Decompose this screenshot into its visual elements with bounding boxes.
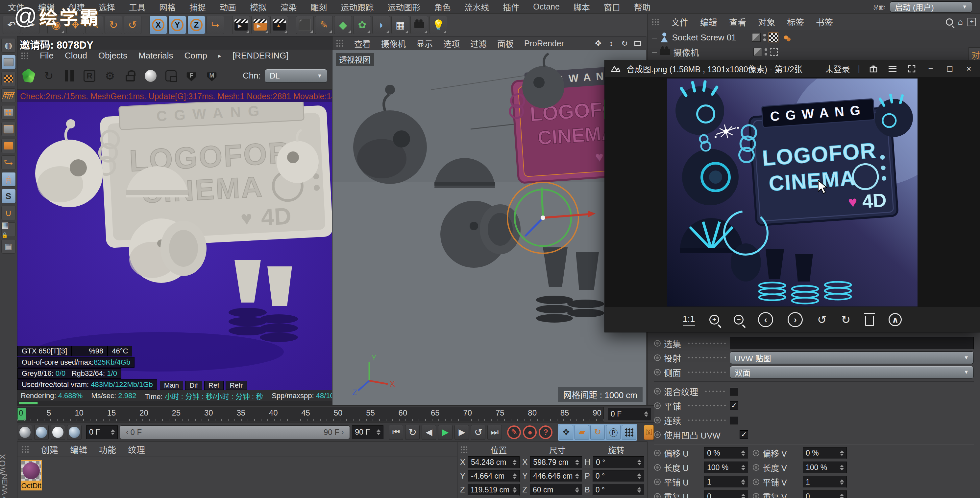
move-tool-button[interactable]: ✥: [67, 16, 84, 34]
lock-x-axis-button[interactable]: X: [149, 16, 167, 34]
region-render-button[interactable]: R: [83, 68, 96, 83]
delete-image-icon[interactable]: [865, 316, 874, 326]
pass-tab-dif[interactable]: Dif: [185, 381, 202, 390]
workplane-button[interactable]: ▦: [1, 239, 16, 254]
viewport-menu-display[interactable]: 显示: [416, 38, 433, 49]
length-u-input[interactable]: 100 %: [704, 462, 748, 473]
edges-mode-button[interactable]: [1, 122, 16, 136]
rotate-right-icon[interactable]: ↻: [841, 313, 851, 326]
composite-image[interactable]: CGWANG LOGOFOR CINEMA ♥ 4D: [667, 79, 918, 306]
image-viewer-titlebar[interactable]: 合成图.png (1.58MB , 1301x1080像素) - 第1/2张 未…: [605, 60, 980, 77]
spinner-icon[interactable]: [575, 473, 579, 479]
offset-u-input[interactable]: 0 %: [704, 447, 748, 459]
key-rotation-toggle[interactable]: ↻: [590, 425, 605, 440]
pass-tab-refr[interactable]: Refr: [226, 381, 247, 390]
previous-frame-button[interactable]: ◀: [422, 425, 436, 440]
snap-button[interactable]: S: [1, 189, 16, 203]
anim-dot-icon[interactable]: [753, 450, 759, 456]
key-interpolation-4[interactable]: [67, 425, 81, 440]
previous-image-icon[interactable]: ‹: [758, 312, 773, 327]
spinner-icon[interactable]: [644, 411, 648, 417]
anim-dot-icon[interactable]: [654, 479, 661, 485]
grip-icon[interactable]: [651, 18, 659, 26]
spinner-icon[interactable]: [741, 450, 745, 456]
gift-icon[interactable]: [868, 63, 879, 74]
tree-expand-icon[interactable]: –: [652, 33, 657, 43]
layer-chip-icon[interactable]: [753, 48, 762, 56]
lock-z-axis-button[interactable]: Z: [188, 16, 205, 34]
timeline-ruler[interactable]: 051015202530354045505560657075808590: [17, 407, 604, 422]
go-to-start-button[interactable]: ⏮: [389, 425, 403, 440]
autokey-button[interactable]: ●: [523, 425, 537, 439]
collapse-icon[interactable]: ∧: [889, 313, 902, 326]
offset-v-input[interactable]: 0 %: [803, 447, 847, 459]
anim-dot-icon[interactable]: [654, 369, 661, 376]
menu-motion-tracker[interactable]: 运动跟踪: [341, 1, 374, 13]
viewport-menu-camera[interactable]: 摄像机: [381, 38, 406, 49]
octane-menu-file[interactable]: File: [40, 51, 54, 61]
spinner-icon[interactable]: [111, 429, 115, 435]
side-dropdown[interactable]: 双面▼: [730, 366, 974, 378]
object-name[interactable]: 摄像机: [673, 46, 746, 58]
anim-dot-icon[interactable]: [753, 493, 759, 498]
material-tag-icon[interactable]: [781, 33, 791, 42]
menu-simulate[interactable]: 模拟: [250, 1, 266, 13]
spinner-icon[interactable]: [637, 487, 641, 493]
spinner-icon[interactable]: [840, 494, 844, 498]
material-preview[interactable]: [21, 460, 42, 481]
octane-menu-materials[interactable]: Materials: [138, 51, 173, 61]
om-menu-edit[interactable]: 编辑: [700, 16, 717, 28]
restart-render-button[interactable]: ↻: [42, 68, 56, 83]
camera-button[interactable]: [410, 16, 428, 34]
toggle-view-icon[interactable]: [633, 38, 643, 48]
make-editable-button[interactable]: ◍: [1, 38, 16, 52]
spinner-icon[interactable]: [575, 460, 579, 465]
object-name[interactable]: Socket Screw 01: [672, 33, 745, 43]
menu-animate[interactable]: 动画: [220, 1, 236, 13]
rot-h-input[interactable]: 0 °: [593, 456, 644, 468]
repeat-u-input[interactable]: 0: [704, 490, 748, 498]
tiles-u-input[interactable]: 1: [704, 476, 748, 488]
login-status[interactable]: 未登录: [825, 63, 850, 75]
texture-tag-icon[interactable]: [768, 33, 778, 42]
key-scale-toggle[interactable]: ▰: [574, 425, 589, 440]
viewport-menu-view[interactable]: 查看: [354, 38, 371, 49]
spinner-icon[interactable]: [840, 465, 844, 470]
close-icon[interactable]: ×: [963, 63, 974, 74]
key-interpolation-2[interactable]: [34, 425, 49, 440]
visibility-dots-icon[interactable]: [765, 48, 767, 56]
seamless-checkbox[interactable]: [730, 416, 738, 424]
loop-button[interactable]: ↺: [471, 425, 485, 440]
target-tag-icon[interactable]: [770, 48, 778, 56]
next-image-icon[interactable]: ›: [788, 312, 803, 327]
lock-y-axis-button[interactable]: Y: [169, 16, 186, 34]
texture-mode-button[interactable]: [1, 71, 16, 86]
keyframe-selection-button[interactable]: ?: [539, 425, 552, 439]
bump-uvw-checkbox[interactable]: ✓: [740, 430, 748, 439]
viewport-menu-panel[interactable]: 面板: [497, 38, 514, 49]
light-button[interactable]: 💡: [430, 16, 447, 34]
start-frame-input[interactable]: 0 F: [86, 425, 118, 439]
uv-mesh-mode-button[interactable]: [1, 88, 16, 103]
play-backwards-button[interactable]: ↻: [405, 425, 420, 440]
spinner-icon[interactable]: [637, 473, 641, 479]
rotate-left-icon[interactable]: ↺: [817, 313, 827, 326]
anim-dot-icon[interactable]: [654, 403, 661, 409]
length-v-input[interactable]: 100 %: [803, 462, 847, 473]
octane-render-canvas[interactable]: CGWANG LOGOFOR CINEMA ♥ 4D: [18, 102, 332, 390]
magnet-button[interactable]: ∪: [1, 206, 16, 220]
spinner-icon[interactable]: [575, 487, 579, 493]
grip-icon[interactable]: [336, 40, 344, 47]
anim-dot-icon[interactable]: [654, 431, 661, 438]
menu-tools[interactable]: 工具: [129, 1, 145, 13]
key-pla-toggle[interactable]: [622, 425, 636, 440]
rotate-view-icon[interactable]: ↻: [620, 38, 630, 48]
range-right-arrow-icon[interactable]: ›: [341, 428, 344, 436]
anim-dot-icon[interactable]: [654, 354, 661, 361]
pos-x-input[interactable]: 54.248 cm: [468, 456, 520, 468]
octane-menu-objects[interactable]: Objects: [98, 51, 127, 61]
spline-pen-button[interactable]: ✎: [315, 16, 333, 34]
spinner-icon[interactable]: [513, 487, 517, 493]
mix-texture-checkbox[interactable]: [730, 387, 738, 395]
spinner-icon[interactable]: [741, 494, 745, 498]
